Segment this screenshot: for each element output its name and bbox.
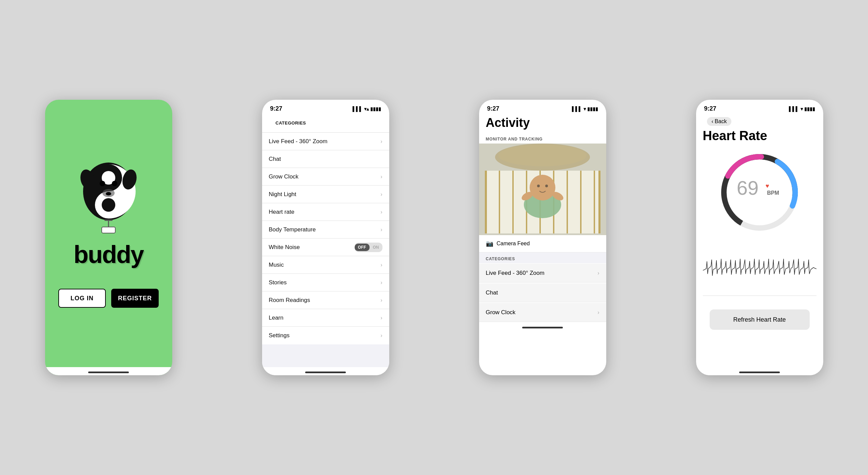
- heart-rate-gauge: 69 ♥ BPM: [696, 147, 823, 235]
- activity-cat-growclock-label: Grow Clock: [486, 309, 516, 316]
- menu-item-settings[interactable]: Settings ›: [262, 327, 389, 344]
- monitor-section-label: MONITOR AND TRACKING: [486, 137, 599, 141]
- categories-section-label: CATEGORIES: [486, 256, 599, 261]
- chevron-growclock-icon: ›: [380, 174, 382, 180]
- menu-label-bodytemp: Body Temperature: [269, 226, 316, 233]
- wifi-icon-4: ▾: [801, 106, 803, 112]
- chevron-roomreadings-icon: ›: [380, 297, 382, 303]
- activity-cat-livefeed[interactable]: Live Feed - 360° Zoom ›: [479, 264, 606, 283]
- menu-item-growclock[interactable]: Grow Clock ›: [262, 168, 389, 186]
- chevron-music-icon: ›: [380, 262, 382, 268]
- chevron-growclock-3-icon: ›: [597, 309, 599, 316]
- menu-label-growclock: Grow Clock: [269, 173, 299, 180]
- signal-bars-icon-4: ▌▌▌: [789, 106, 799, 112]
- camera-feed-link[interactable]: 📷 Camera Feed: [479, 235, 606, 252]
- chevron-learn-icon: ›: [380, 315, 382, 321]
- menu-item-chat[interactable]: Chat: [262, 150, 389, 168]
- categories-list: Live Feed - 360° Zoom › Chat Grow Clock …: [262, 133, 389, 367]
- status-bar-4: 9:27 ▌▌▌ ▾ ▮▮▮▮: [696, 100, 823, 114]
- wifi-icon-3: ▾: [584, 106, 586, 112]
- heart-rate-title: Heart Rate: [703, 129, 816, 143]
- svg-text:BPM: BPM: [767, 190, 779, 196]
- chevron-nightlight-icon: ›: [380, 191, 382, 197]
- svg-point-3: [100, 181, 105, 186]
- menu-label-chat: Chat: [269, 156, 281, 163]
- app-name: buddy: [74, 241, 143, 268]
- signal-bars-icon-3: ▌▌▌: [572, 106, 582, 112]
- heart-rate-graph: [703, 242, 816, 296]
- home-indicator-2: [262, 367, 389, 375]
- whitenoise-toggle[interactable]: OFF ON: [355, 243, 382, 252]
- home-indicator-4: [696, 367, 823, 375]
- menu-label-heartrate: Heart rate: [269, 209, 295, 215]
- svg-point-8: [106, 192, 111, 195]
- signal-icons: ▌▌▌ ▾▴ ▮▮▮▮: [353, 106, 381, 112]
- menu-item-roomreadings[interactable]: Room Readings ›: [262, 291, 389, 309]
- activity-title: Activity: [486, 116, 599, 130]
- home-indicator-3: [479, 322, 606, 330]
- screen-heart-rate: 9:27 ▌▌▌ ▾ ▮▮▮▮ ‹ Back Heart Rate: [696, 100, 823, 375]
- battery-icon-3: ▮▮▮▮: [587, 106, 598, 112]
- menu-item-stories[interactable]: Stories ›: [262, 274, 389, 291]
- svg-point-34: [717, 150, 802, 235]
- logo-container: buddy: [74, 159, 143, 268]
- svg-point-33: [717, 150, 802, 235]
- toggle-container[interactable]: OFF ON: [355, 243, 382, 252]
- status-time-3: 9:27: [487, 105, 499, 112]
- home-indicator: [45, 367, 172, 375]
- wifi-icon: ▾▴: [364, 106, 369, 112]
- back-chevron-icon: ‹: [712, 118, 713, 125]
- status-bar-3: 9:27 ▌▌▌ ▾ ▮▮▮▮: [479, 100, 606, 114]
- screen-login: buddy LOG IN REGISTER: [45, 100, 172, 375]
- refresh-heart-rate-button[interactable]: Refresh Heart Rate: [710, 309, 810, 330]
- activity-cat-chat[interactable]: Chat: [479, 283, 606, 302]
- menu-item-bodytemp[interactable]: Body Temperature ›: [262, 221, 389, 239]
- menu-label-stories: Stories: [269, 279, 287, 286]
- menu-label-roomreadings: Room Readings: [269, 297, 310, 304]
- camera-feed-label-text: Camera Feed: [497, 241, 530, 247]
- signal-bars-icon: ▌▌▌: [353, 106, 363, 112]
- battery-icon: ▮▮▮▮: [370, 106, 381, 112]
- menu-label-nightlight: Night Light: [269, 191, 296, 198]
- svg-text:69: 69: [737, 177, 759, 199]
- status-time: 9:27: [270, 105, 282, 112]
- back-label: Back: [715, 118, 727, 125]
- menu-label-music: Music: [269, 262, 284, 268]
- menu-item-learn[interactable]: Learn ›: [262, 309, 389, 327]
- camera-icon: 📷: [486, 240, 493, 247]
- home-bar: [88, 372, 129, 373]
- login-button[interactable]: LOG IN: [58, 289, 106, 308]
- activity-cat-livefeed-label: Live Feed - 360° Zoom: [486, 270, 545, 277]
- chevron-stories-icon: ›: [380, 280, 382, 286]
- menu-label-learn: Learn: [269, 315, 283, 321]
- svg-rect-9: [104, 220, 113, 221]
- menu-item-music[interactable]: Music ›: [262, 256, 389, 274]
- menu-item-whitenoise[interactable]: White Noise OFF ON: [262, 239, 389, 256]
- menu-label-settings: Settings: [269, 332, 290, 339]
- waveform-svg: [703, 242, 816, 296]
- svg-point-2: [102, 198, 115, 212]
- svg-point-4: [112, 181, 117, 186]
- toggle-off-label: OFF: [355, 244, 370, 251]
- heart-rate-ring-svg: 69 ♥ BPM: [717, 150, 802, 235]
- baby-image: [479, 144, 606, 235]
- svg-point-29: [545, 185, 548, 187]
- menu-label-livefeed: Live Feed - 360° Zoom: [269, 138, 328, 145]
- balloon-logo-icon: [78, 159, 139, 234]
- menu-item-heartrate[interactable]: Heart rate ›: [262, 203, 389, 221]
- svg-point-27: [530, 175, 555, 201]
- chevron-bodytemp-icon: ›: [380, 227, 382, 233]
- baby-camera-feed: [479, 144, 606, 235]
- register-button[interactable]: REGISTER: [111, 289, 159, 308]
- back-button[interactable]: ‹ Back: [707, 117, 732, 126]
- menu-item-livefeed[interactable]: Live Feed - 360° Zoom ›: [262, 133, 389, 150]
- signal-icons-3: ▌▌▌ ▾ ▮▮▮▮: [572, 106, 598, 112]
- status-bar: 9:27 ▌▌▌ ▾▴ ▮▮▮▮: [262, 100, 389, 114]
- menu-item-nightlight[interactable]: Night Light ›: [262, 186, 389, 203]
- login-buttons-container: LOG IN REGISTER: [58, 289, 159, 308]
- activity-cat-growclock[interactable]: Grow Clock ›: [479, 303, 606, 322]
- svg-text:♥: ♥: [766, 183, 769, 189]
- chevron-livefeed-icon: ›: [380, 138, 382, 145]
- screen-categories: 9:27 ▌▌▌ ▾▴ ▮▮▮▮ CATEGORIES Live Feed - …: [262, 100, 389, 375]
- svg-rect-11: [102, 227, 115, 233]
